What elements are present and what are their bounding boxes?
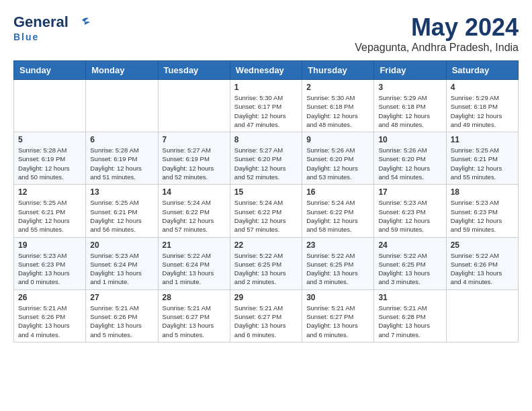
calendar-cell: 29Sunrise: 5:21 AMSunset: 6:27 PMDayligh…	[230, 289, 302, 342]
location-title: Vepagunta, Andhra Pradesh, India	[355, 42, 519, 54]
day-number: 9	[306, 135, 369, 144]
day-number: 25	[451, 240, 514, 250]
calendar-cell: 20Sunrise: 5:23 AMSunset: 6:24 PMDayligh…	[86, 237, 158, 289]
calendar-cell: 24Sunrise: 5:22 AMSunset: 6:25 PMDayligh…	[374, 237, 446, 289]
logo: General Blue	[13, 13, 91, 42]
day-info: Sunrise: 5:25 AMSunset: 6:21 PMDaylight:…	[18, 198, 81, 234]
calendar-cell: 28Sunrise: 5:21 AMSunset: 6:27 PMDayligh…	[158, 289, 230, 342]
calendar-cell: 31Sunrise: 5:21 AMSunset: 6:28 PMDayligh…	[374, 289, 446, 342]
page-header: General Blue May 2024 Vepagunta, Andhra …	[13, 13, 519, 54]
day-info: Sunrise: 5:21 AMSunset: 6:27 PMDaylight:…	[306, 304, 369, 339]
col-monday: Monday	[86, 61, 158, 80]
calendar-cell: 30Sunrise: 5:21 AMSunset: 6:27 PMDayligh…	[302, 289, 374, 342]
day-number: 18	[451, 187, 514, 197]
calendar-cell: 2Sunrise: 5:30 AMSunset: 6:18 PMDaylight…	[302, 80, 374, 132]
calendar-cell: 13Sunrise: 5:25 AMSunset: 6:21 PMDayligh…	[86, 185, 158, 237]
col-saturday: Saturday	[446, 61, 518, 80]
col-sunday: Sunday	[14, 61, 86, 80]
day-number: 10	[378, 135, 441, 144]
col-wednesday: Wednesday	[230, 61, 302, 80]
day-number: 8	[234, 135, 298, 144]
day-info: Sunrise: 5:28 AMSunset: 6:19 PMDaylight:…	[90, 146, 153, 181]
day-info: Sunrise: 5:24 AMSunset: 6:22 PMDaylight:…	[306, 198, 369, 234]
day-number: 11	[451, 135, 514, 144]
week-row-1: 1Sunrise: 5:30 AMSunset: 6:17 PMDaylight…	[14, 80, 519, 132]
week-row-5: 26Sunrise: 5:21 AMSunset: 6:26 PMDayligh…	[14, 289, 519, 342]
day-info: Sunrise: 5:30 AMSunset: 6:17 PMDaylight:…	[234, 93, 298, 129]
day-info: Sunrise: 5:25 AMSunset: 6:21 PMDaylight:…	[90, 198, 153, 234]
day-number: 28	[163, 293, 226, 302]
calendar-cell: 18Sunrise: 5:23 AMSunset: 6:23 PMDayligh…	[446, 185, 518, 237]
day-info: Sunrise: 5:23 AMSunset: 6:24 PMDaylight:…	[90, 251, 153, 287]
month-title: May 2024	[355, 13, 519, 42]
day-number: 20	[90, 240, 153, 250]
col-tuesday: Tuesday	[158, 61, 230, 80]
week-row-2: 5Sunrise: 5:28 AMSunset: 6:19 PMDaylight…	[14, 132, 519, 185]
day-info: Sunrise: 5:21 AMSunset: 6:26 PMDaylight:…	[90, 304, 153, 339]
calendar-cell: 21Sunrise: 5:22 AMSunset: 6:24 PMDayligh…	[158, 237, 230, 289]
day-number: 19	[18, 240, 81, 250]
day-number: 30	[306, 293, 369, 302]
calendar-cell: 14Sunrise: 5:24 AMSunset: 6:22 PMDayligh…	[158, 185, 230, 237]
day-info: Sunrise: 5:27 AMSunset: 6:20 PMDaylight:…	[234, 146, 298, 181]
calendar-cell: 10Sunrise: 5:26 AMSunset: 6:20 PMDayligh…	[374, 132, 446, 185]
calendar-cell: 4Sunrise: 5:29 AMSunset: 6:18 PMDaylight…	[446, 80, 518, 132]
calendar-header-row: Sunday Monday Tuesday Wednesday Thursday…	[14, 61, 519, 80]
calendar-cell	[158, 80, 230, 132]
calendar-cell	[446, 289, 518, 342]
day-info: Sunrise: 5:29 AMSunset: 6:18 PMDaylight:…	[378, 93, 441, 129]
day-info: Sunrise: 5:23 AMSunset: 6:23 PMDaylight:…	[451, 198, 514, 234]
day-number: 22	[234, 240, 298, 250]
day-number: 16	[306, 187, 369, 197]
day-number: 14	[163, 187, 226, 197]
day-info: Sunrise: 5:27 AMSunset: 6:19 PMDaylight:…	[163, 146, 226, 181]
day-info: Sunrise: 5:25 AMSunset: 6:21 PMDaylight:…	[451, 146, 514, 181]
calendar-cell: 3Sunrise: 5:29 AMSunset: 6:18 PMDaylight…	[374, 80, 446, 132]
day-info: Sunrise: 5:21 AMSunset: 6:28 PMDaylight:…	[378, 304, 441, 339]
calendar-cell: 9Sunrise: 5:26 AMSunset: 6:20 PMDaylight…	[302, 132, 374, 185]
calendar-cell: 22Sunrise: 5:22 AMSunset: 6:25 PMDayligh…	[230, 237, 302, 289]
col-friday: Friday	[374, 61, 446, 80]
calendar-cell: 19Sunrise: 5:23 AMSunset: 6:23 PMDayligh…	[14, 237, 86, 289]
logo-general-text: General	[13, 13, 69, 30]
col-thursday: Thursday	[302, 61, 374, 80]
day-number: 21	[163, 240, 226, 250]
calendar-cell: 25Sunrise: 5:22 AMSunset: 6:26 PMDayligh…	[446, 237, 518, 289]
day-info: Sunrise: 5:30 AMSunset: 6:18 PMDaylight:…	[306, 93, 369, 129]
week-row-3: 12Sunrise: 5:25 AMSunset: 6:21 PMDayligh…	[14, 185, 519, 237]
day-info: Sunrise: 5:23 AMSunset: 6:23 PMDaylight:…	[378, 198, 441, 234]
day-number: 27	[90, 293, 153, 302]
calendar-cell: 16Sunrise: 5:24 AMSunset: 6:22 PMDayligh…	[302, 185, 374, 237]
day-info: Sunrise: 5:29 AMSunset: 6:18 PMDaylight:…	[451, 93, 514, 129]
day-number: 4	[451, 83, 514, 92]
calendar-cell: 26Sunrise: 5:21 AMSunset: 6:26 PMDayligh…	[14, 289, 86, 342]
calendar-cell	[86, 80, 158, 132]
day-number: 13	[90, 187, 153, 197]
day-number: 23	[306, 240, 369, 250]
calendar-cell: 6Sunrise: 5:28 AMSunset: 6:19 PMDaylight…	[86, 132, 158, 185]
calendar-cell: 11Sunrise: 5:25 AMSunset: 6:21 PMDayligh…	[446, 132, 518, 185]
day-number: 6	[90, 135, 153, 144]
day-info: Sunrise: 5:28 AMSunset: 6:19 PMDaylight:…	[18, 146, 81, 181]
day-info: Sunrise: 5:22 AMSunset: 6:25 PMDaylight:…	[234, 251, 298, 287]
day-info: Sunrise: 5:22 AMSunset: 6:26 PMDaylight:…	[451, 251, 514, 287]
calendar-cell: 12Sunrise: 5:25 AMSunset: 6:21 PMDayligh…	[14, 185, 86, 237]
day-info: Sunrise: 5:21 AMSunset: 6:26 PMDaylight:…	[18, 304, 81, 339]
day-info: Sunrise: 5:22 AMSunset: 6:24 PMDaylight:…	[163, 251, 226, 287]
calendar-cell: 17Sunrise: 5:23 AMSunset: 6:23 PMDayligh…	[374, 185, 446, 237]
calendar-cell	[14, 80, 86, 132]
day-info: Sunrise: 5:23 AMSunset: 6:23 PMDaylight:…	[18, 251, 81, 287]
day-info: Sunrise: 5:22 AMSunset: 6:25 PMDaylight:…	[378, 251, 441, 287]
day-number: 31	[378, 293, 441, 302]
day-info: Sunrise: 5:24 AMSunset: 6:22 PMDaylight:…	[234, 198, 298, 234]
day-number: 26	[18, 293, 81, 302]
day-info: Sunrise: 5:24 AMSunset: 6:22 PMDaylight:…	[163, 198, 226, 234]
day-number: 1	[234, 83, 298, 92]
calendar-cell: 7Sunrise: 5:27 AMSunset: 6:19 PMDaylight…	[158, 132, 230, 185]
day-number: 17	[378, 187, 441, 197]
day-number: 7	[163, 135, 226, 144]
calendar-cell: 23Sunrise: 5:22 AMSunset: 6:25 PMDayligh…	[302, 237, 374, 289]
logo-bird-icon	[73, 17, 91, 32]
calendar-cell: 8Sunrise: 5:27 AMSunset: 6:20 PMDaylight…	[230, 132, 302, 185]
day-info: Sunrise: 5:26 AMSunset: 6:20 PMDaylight:…	[378, 146, 441, 181]
